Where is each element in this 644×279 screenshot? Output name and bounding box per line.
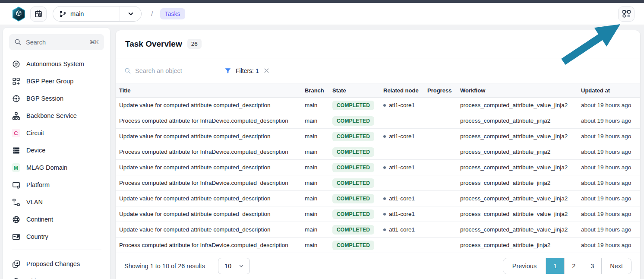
task-updated-at: about 19 hours ago: [581, 117, 640, 124]
task-branch: main: [305, 149, 332, 155]
page-title: Task Overview: [125, 39, 182, 49]
node-dot-icon: [383, 213, 386, 216]
table-row[interactable]: Process computed attribute for InfraDevi…: [116, 144, 640, 160]
task-workflow: process_computed_attribute_value_jinja2: [460, 226, 581, 233]
sidebar-item-backbone-service[interactable]: Backbone Service: [9, 107, 104, 124]
task-workflow: process_computed_attribute_value_jinja2: [460, 211, 581, 217]
task-branch: main: [305, 133, 332, 140]
status-badge: COMPLETED: [332, 132, 374, 141]
column-workflow: Workflow: [460, 87, 581, 94]
sidebar-item-label: Autonomous System: [26, 60, 84, 67]
status-badge: COMPLETED: [332, 209, 374, 219]
page-size-value: 10: [224, 263, 231, 269]
circuit-letter-badge: C: [12, 129, 20, 137]
object-search-input[interactable]: [135, 67, 204, 74]
sidebar-item-country[interactable]: Country: [9, 228, 104, 245]
sidebar-item-object-management[interactable]: Object Management: [9, 273, 104, 279]
sidebar-search[interactable]: Search ⌘K: [9, 34, 104, 50]
sidebar-item-proposed-changes[interactable]: Proposed Changes: [9, 255, 104, 273]
calendar-clock-button[interactable]: [30, 6, 47, 22]
sidebar-item-device[interactable]: Device: [9, 142, 104, 159]
table-row[interactable]: Update value for computed attribute comp…: [116, 160, 640, 175]
task-workflow: process_computed_attribute_value_jinja2: [460, 133, 581, 140]
page-size-select[interactable]: 10: [218, 258, 250, 274]
sidebar-item-circuit[interactable]: CCircuit: [9, 124, 104, 142]
task-state-cell: COMPLETED: [332, 101, 383, 110]
sidebar-item-label: Proposed Changes: [26, 260, 80, 267]
related-node-cell: atl1-core1: [383, 211, 427, 217]
object-management-icon: [12, 277, 20, 279]
task-state-cell: COMPLETED: [332, 163, 383, 172]
branch-selector[interactable]: main: [53, 6, 142, 22]
filter-funnel-icon[interactable]: [224, 67, 231, 74]
table-row[interactable]: Process computed attribute for InfraDevi…: [116, 238, 640, 253]
pagination-page-1[interactable]: 1: [546, 258, 564, 274]
sidebar-item-mlag-domain[interactable]: MMLAG Domain: [9, 159, 104, 176]
object-search: [124, 67, 215, 74]
branch-dropdown-toggle[interactable]: [120, 6, 141, 21]
infrahub-logo-icon[interactable]: [11, 6, 26, 22]
table-header: Title Branch State Related node Progress…: [116, 83, 640, 98]
related-node-name: atl1-core1: [389, 226, 415, 233]
sidebar-item-bgp-session[interactable]: BGP Session: [9, 90, 104, 107]
status-badge: COMPLETED: [332, 225, 374, 235]
search-icon: [14, 38, 22, 46]
sidebar-item-label: Backbone Service: [26, 112, 77, 119]
clear-filters-icon[interactable]: [263, 67, 270, 74]
task-updated-at: about 19 hours ago: [581, 211, 640, 217]
table-row[interactable]: Update value for computed attribute comp…: [116, 129, 640, 144]
related-node-name: atl1-core1: [389, 195, 415, 202]
table-row[interactable]: Process computed attribute for InfraDevi…: [116, 113, 640, 129]
autonomous-system-icon: [12, 60, 20, 68]
column-related-node: Related node: [383, 87, 427, 94]
related-node-name: atl1-core1: [389, 133, 415, 140]
sidebar-item-continent[interactable]: Continent: [9, 211, 104, 228]
sidebar-item-autonomous-system[interactable]: Autonomous System: [9, 55, 104, 73]
backbone-service-icon: [12, 111, 20, 120]
task-workflow: process_computed_attribute_jinja2: [460, 117, 581, 124]
status-badge: COMPLETED: [332, 194, 374, 203]
task-state-cell: COMPLETED: [332, 178, 383, 188]
column-branch: Branch: [305, 87, 332, 94]
sidebar-item-platform[interactable]: Platform: [9, 176, 104, 193]
sidebar-divider: [12, 250, 101, 250]
task-updated-at: about 19 hours ago: [581, 149, 640, 155]
sidebar-item-label: BGP Peer Group: [26, 78, 73, 85]
table-footer: Showing 1 to 10 of 26 results 10 Previou…: [116, 253, 640, 279]
sidebar-item-vlan[interactable]: VLAN: [9, 193, 104, 211]
task-updated-at: about 19 hours ago: [581, 164, 640, 171]
column-state: State: [332, 87, 383, 94]
breadcrumb-tasks[interactable]: Tasks: [160, 8, 185, 19]
task-title: Process computed attribute for InfraDevi…: [116, 242, 305, 248]
table-body: Update value for computed attribute comp…: [116, 98, 640, 253]
pagination-previous-button[interactable]: Previous: [503, 258, 546, 274]
node-dot-icon: [383, 135, 386, 138]
related-node-name: atl1-core1: [389, 102, 415, 108]
table-row[interactable]: Update value for computed attribute comp…: [116, 98, 640, 113]
schema-visualizer-button[interactable]: [618, 6, 635, 22]
task-count-badge: 26: [187, 39, 202, 49]
task-title: Update value for computed attribute comp…: [116, 211, 305, 217]
related-node-cell: atl1-core1: [383, 133, 427, 140]
pagination-page-3[interactable]: 3: [583, 258, 601, 274]
related-node-name: atl1-core1: [389, 211, 415, 217]
column-updated-at: Updated at: [581, 87, 640, 94]
pagination-next-button[interactable]: Next: [601, 258, 631, 274]
table-row[interactable]: Update value for computed attribute comp…: [116, 206, 640, 222]
task-updated-at: about 19 hours ago: [581, 133, 640, 140]
column-title: Title: [116, 87, 305, 94]
table-row[interactable]: Process computed attribute for InfraDevi…: [116, 175, 640, 191]
sidebar-item-bgp-peer-group[interactable]: BGP Peer Group: [9, 73, 104, 90]
table-row[interactable]: Update value for computed attribute comp…: [116, 191, 640, 206]
task-updated-at: about 19 hours ago: [581, 180, 640, 186]
sidebar-search-placeholder: Search: [26, 39, 46, 46]
table-row[interactable]: Update value for computed attribute comp…: [116, 222, 640, 238]
chevron-down-icon: [127, 10, 135, 18]
task-branch: main: [305, 211, 332, 217]
task-branch: main: [305, 180, 332, 186]
status-badge: COMPLETED: [332, 178, 374, 188]
pagination-page-2[interactable]: 2: [564, 258, 583, 274]
task-workflow: process_computed_attribute_jinja2: [460, 180, 581, 186]
task-updated-at: about 19 hours ago: [581, 242, 640, 248]
task-state-cell: COMPLETED: [332, 209, 383, 219]
